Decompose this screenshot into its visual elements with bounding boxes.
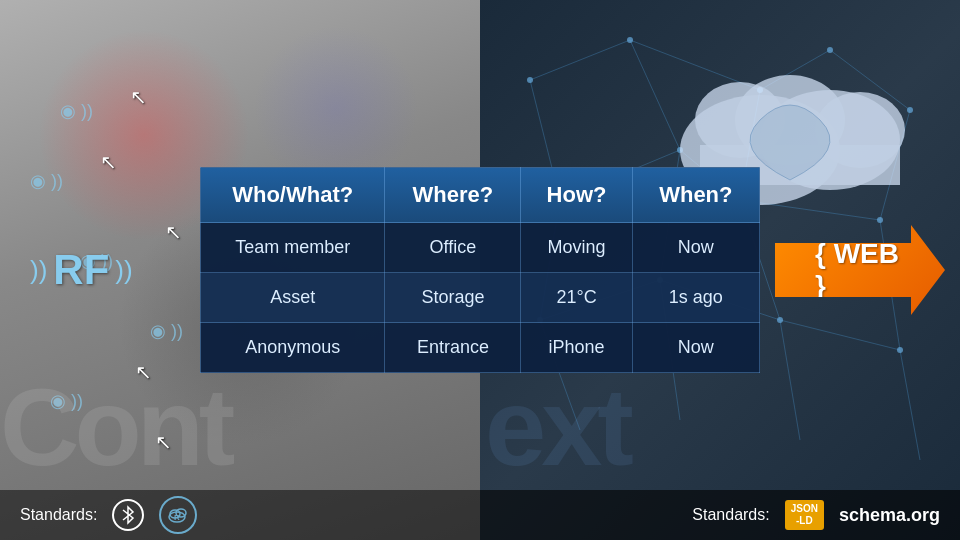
standards-left: Standards: R — [0, 490, 480, 540]
cursor-2: ↖ — [100, 150, 117, 174]
json-ld-badge: JSON -LD — [785, 500, 824, 530]
cell-when-2: 1s ago — [632, 273, 759, 323]
cell-when-3: Now — [632, 323, 759, 373]
standards-right: Standards: JSON -LD schema.org — [480, 490, 960, 540]
header-row: Who/What? Where? How? When? — [201, 168, 760, 223]
json-ld-text2: -LD — [791, 515, 818, 527]
svg-point-22 — [527, 77, 533, 83]
table-body: Team member Office Moving Now Asset Stor… — [201, 223, 760, 373]
rf-label: )) RF )) — [30, 246, 133, 294]
col-header-how: How? — [521, 168, 632, 223]
svg-line-17 — [780, 320, 900, 350]
wifi-icon-5: ◉ )) — [50, 390, 83, 412]
cell-who-2: Asset — [201, 273, 385, 323]
schema-org-text: schema.org — [839, 505, 940, 526]
svg-line-20 — [780, 320, 800, 440]
bluetooth-icon — [112, 499, 144, 531]
col-header-who: Who/What? — [201, 168, 385, 223]
cell-how-2: 21°C — [521, 273, 632, 323]
json-ld-text: JSON — [791, 503, 818, 515]
web-label: { WEB } — [815, 238, 915, 302]
web-arrow: { WEB } — [775, 225, 945, 315]
table-row: Team member Office Moving Now — [201, 223, 760, 273]
cell-how-1: Moving — [521, 223, 632, 273]
main-table-container: Who/What? Where? How? When? Team member … — [200, 167, 760, 373]
col-header-where: Where? — [385, 168, 521, 223]
cell-where-3: Entrance — [385, 323, 521, 373]
cell-where-2: Storage — [385, 273, 521, 323]
table-header: Who/What? Where? How? When? — [201, 168, 760, 223]
cursor-4: ↖ — [135, 360, 152, 384]
svg-text:R: R — [174, 513, 180, 522]
table-row: Asset Storage 21°C 1s ago — [201, 273, 760, 323]
svg-point-34 — [897, 347, 903, 353]
svg-point-33 — [777, 317, 783, 323]
col-header-when: When? — [632, 168, 759, 223]
svg-line-21 — [900, 350, 920, 460]
cell-where-1: Office — [385, 223, 521, 273]
table-row: Anonymous Entrance iPhone Now — [201, 323, 760, 373]
wifi-right-icon: )) — [115, 255, 132, 286]
wifi-icon-4: ◉ )) — [150, 320, 183, 342]
rf-text: RF — [53, 246, 109, 294]
cell-when-1: Now — [632, 223, 759, 273]
cell-who-3: Anonymous — [201, 323, 385, 373]
cursor-1: ↖ — [130, 85, 147, 109]
standards-label-left: Standards: — [20, 506, 97, 524]
r-cloud-svg: R — [167, 506, 189, 524]
wifi-icon-1: ◉ )) — [60, 100, 93, 122]
web-arrow-shape: { WEB } — [775, 225, 945, 315]
wifi-icon-2: ◉ )) — [30, 170, 63, 192]
cursor-3: ↖ — [165, 220, 182, 244]
r-cloud-icon: R — [159, 496, 197, 534]
standards-label-right: Standards: — [692, 506, 769, 524]
cursor-5: ↖ — [155, 430, 172, 454]
wifi-left-icon: )) — [30, 255, 47, 286]
svg-line-0 — [530, 40, 630, 80]
cell-who-1: Team member — [201, 223, 385, 273]
standards-bar: Standards: R Standards: JSON -LD schema.… — [0, 490, 960, 540]
bluetooth-svg — [121, 505, 135, 525]
context-table: Who/What? Where? How? When? Team member … — [200, 167, 760, 373]
cell-how-3: iPhone — [521, 323, 632, 373]
svg-point-23 — [627, 37, 633, 43]
